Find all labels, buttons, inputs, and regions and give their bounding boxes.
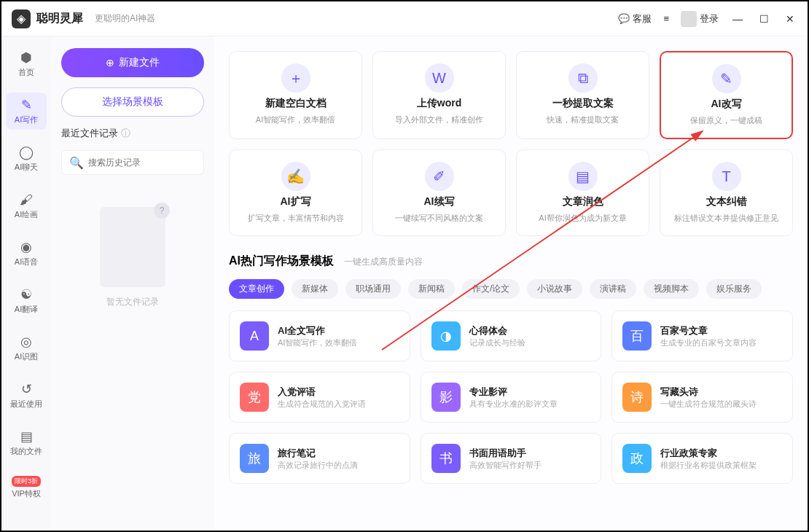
template-title: 行业政策专家 — [660, 447, 757, 460]
card-icon: ✐ — [425, 162, 454, 191]
tab-0[interactable]: 文章创作 — [229, 279, 284, 299]
nav-label: VIP特权 — [12, 488, 41, 499]
nav-label: AI聊天 — [15, 162, 38, 173]
action-card-3[interactable]: ✎ AI改写 保留原义，一键成稿 — [660, 51, 793, 139]
template-icon: 党 — [240, 383, 269, 412]
card-desc: AI帮你润色为成为新文章 — [539, 213, 626, 224]
template-icon: 政 — [622, 444, 652, 473]
action-card-7[interactable]: T 文本纠错 标注错误文本并提供修正意见 — [660, 149, 793, 236]
template-title: 书面用语助手 — [469, 447, 542, 460]
template-icon: A — [240, 321, 269, 351]
card-title: 上传word — [417, 97, 461, 110]
template-desc: 一键生成符合规范的藏头诗 — [660, 399, 757, 410]
action-card-6[interactable]: ▤ 文章润色 AI帮你润色为成为新文章 — [516, 149, 649, 236]
search-box[interactable]: 🔍 — [61, 150, 204, 175]
login-button[interactable]: 登录 — [681, 11, 719, 27]
template-desc: 具有专业水准的影评文章 — [469, 399, 558, 410]
action-card-2[interactable]: ⧉ 一秒提取文案 快速，精准提取文案 — [516, 51, 649, 139]
template-card-5[interactable]: 诗 写藏头诗 一键生成符合规范的藏头诗 — [611, 372, 793, 423]
nav-label: AI绘画 — [15, 209, 38, 220]
tab-7[interactable]: 视频脚本 — [644, 279, 699, 299]
template-icon: 书 — [431, 444, 461, 473]
nav: ⬢首页✎AI写作◯AI聊天🖌AI绘画◉AI语音☯AI翻译◎AI识图↺最近使用▤我… — [1, 36, 51, 531]
card-desc: 扩写文章，丰富情节和内容 — [248, 213, 344, 224]
tab-8[interactable]: 娱乐服务 — [706, 279, 762, 299]
nav-item-1[interactable]: ✎AI写作 — [6, 93, 47, 130]
tab-5[interactable]: 小说故事 — [527, 279, 582, 299]
template-card-3[interactable]: 党 入党评语 生成符合规范的入党评语 — [229, 372, 410, 423]
action-card-4[interactable]: ✍ AI扩写 扩写文章，丰富情节和内容 — [229, 149, 362, 236]
nav-item-2[interactable]: ◯AI聊天 — [6, 140, 47, 177]
nav-icon: ↺ — [18, 381, 34, 397]
tab-3[interactable]: 新闻稿 — [408, 279, 455, 299]
template-card-4[interactable]: 影 专业影评 具有专业水准的影评文章 — [421, 372, 602, 423]
template-card-6[interactable]: 旅 旅行笔记 高效记录旅行中的点滴 — [229, 433, 410, 484]
support-label: 客服 — [633, 12, 652, 26]
tab-4[interactable]: 作文/论文 — [462, 279, 520, 299]
template-card-2[interactable]: 百 百家号文章 生成专业的百家号文章内容 — [611, 310, 793, 361]
tab-2[interactable]: 职场通用 — [345, 279, 401, 299]
action-card-0[interactable]: ＋ 新建空白文档 AI智能写作，效率翻倍 — [229, 51, 362, 139]
search-icon: 🔍 — [69, 156, 84, 170]
action-card-1[interactable]: W 上传word 导入外部文件，精准创作 — [372, 51, 506, 139]
nav-icon: ◯ — [18, 144, 34, 160]
template-card-8[interactable]: 政 行业政策专家 根据行业名称提供政策框架 — [611, 433, 793, 484]
nav-icon: ⬢ — [18, 50, 34, 66]
nav-item-3[interactable]: 🖌AI绘画 — [6, 187, 47, 224]
template-icon: 诗 — [622, 383, 652, 412]
template-title: 专业影评 — [469, 386, 558, 399]
template-title: 心得体会 — [469, 324, 525, 337]
card-desc: 标注错误文本并提供修正意见 — [674, 213, 778, 224]
template-card-1[interactable]: ◑ 心得体会 记录成长与经验 — [421, 310, 602, 361]
nav-item-6[interactable]: ◎AI识图 — [6, 329, 47, 367]
tab-1[interactable]: 新媒体 — [292, 279, 338, 299]
tab-6[interactable]: 演讲稿 — [590, 279, 636, 299]
card-icon: ⧉ — [568, 63, 598, 93]
login-label: 登录 — [700, 12, 719, 26]
template-card-7[interactable]: 书 书面用语助手 高效智能写作好帮手 — [421, 433, 602, 484]
nav-item-4[interactable]: ◉AI语音 — [6, 235, 47, 272]
help-icon[interactable]: ⓘ — [121, 127, 130, 140]
menu-button[interactable]: ≡ — [663, 13, 669, 24]
minimize-button[interactable]: — — [730, 12, 745, 26]
card-icon: T — [712, 162, 741, 191]
card-title: AI扩写 — [281, 195, 311, 208]
card-desc: 快速，精准提取文案 — [547, 114, 619, 125]
nav-icon: ✎ — [18, 97, 34, 113]
nav-item-0[interactable]: ⬢首页 — [6, 45, 47, 82]
card-icon: ✎ — [712, 64, 741, 93]
nav-icon: 🖌 — [18, 192, 34, 208]
recent-files-text: 最近文件记录 — [61, 127, 118, 140]
nav-label: AI识图 — [15, 351, 38, 362]
template-desc: 记录成长与经验 — [469, 337, 525, 348]
choose-template-button[interactable]: 选择场景模板 — [61, 87, 204, 117]
template-card-0[interactable]: A AI全文写作 AI智能写作，效率翻倍 — [229, 310, 410, 361]
nav-item-5[interactable]: ☯AI翻译 — [6, 282, 47, 319]
search-input[interactable] — [88, 157, 198, 168]
nav-label: AI翻译 — [15, 304, 38, 315]
template-icon: 旅 — [240, 444, 269, 473]
template-tabs: 文章创作新媒体职场通用新闻稿作文/论文小说故事演讲稿视频脚本娱乐服务 — [229, 279, 793, 299]
nav-label: 最近使用 — [10, 399, 42, 410]
empty-state: 暂无文件记录 — [61, 207, 204, 308]
nav-label: AI语音 — [15, 257, 38, 267]
section-title: AI热门写作场景模板 — [229, 254, 334, 269]
template-title: 旅行笔记 — [278, 447, 358, 460]
template-desc: 高效记录旅行中的点滴 — [278, 460, 358, 471]
nav-icon: ◎ — [18, 334, 34, 350]
nav-item-8[interactable]: ▤我的文件 — [6, 424, 47, 461]
nav-item-9[interactable]: 限时3折VIP特权 — [6, 472, 47, 504]
app-title: 聪明灵犀 — [36, 11, 83, 26]
maximize-button[interactable]: ☐ — [757, 12, 771, 26]
support-button[interactable]: 💬 客服 — [618, 12, 652, 26]
new-file-button[interactable]: ⊕ 新建文件 — [61, 48, 204, 77]
card-icon: ✍ — [281, 162, 310, 191]
nav-label: AI写作 — [15, 114, 38, 125]
nav-item-7[interactable]: ↺最近使用 — [6, 377, 47, 414]
close-button[interactable]: ✕ — [783, 12, 797, 26]
template-title: 百家号文章 — [660, 324, 757, 337]
nav-label: 我的文件 — [10, 446, 42, 457]
main: ＋ 新建空白文档 AI智能写作，效率翻倍W 上传word 导入外部文件，精准创作… — [214, 36, 808, 531]
new-file-label: 新建文件 — [119, 56, 160, 69]
action-card-5[interactable]: ✐ AI续写 一键续写不同风格的文案 — [372, 149, 506, 236]
